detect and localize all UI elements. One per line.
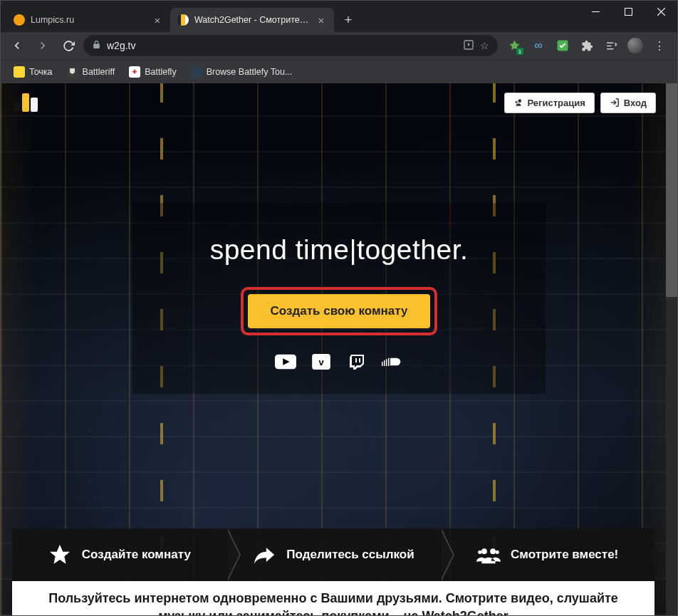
extension-icon[interactable] [555, 38, 570, 53]
window-titlebar: Lumpics.ru × Watch2Gether - Смотрите вид… [1, 1, 677, 32]
install-app-icon[interactable] [463, 39, 474, 53]
vertical-scrollbar[interactable] [666, 83, 677, 615]
register-button[interactable]: Регистрация [504, 93, 595, 113]
svg-rect-11 [382, 362, 383, 366]
tab-title: Lumpics.ru [31, 15, 146, 25]
bookmark-item[interactable]: ⛊Battleriff [61, 63, 121, 80]
hero-card: spend time|together. Создать свою комнат… [132, 203, 546, 394]
bookmark-favicon-icon: ⛊ [67, 66, 78, 78]
extension-icon[interactable]: ∞ [531, 38, 546, 53]
svg-rect-14 [388, 358, 390, 366]
lock-icon [92, 40, 101, 51]
svg-rect-13 [386, 359, 387, 366]
register-label: Регистрация [528, 98, 585, 108]
youtube-icon[interactable] [275, 354, 296, 370]
step-share-link[interactable]: Поделитесь ссылкой [226, 528, 441, 581]
bookmark-item[interactable]: Точка [8, 63, 58, 80]
scrollbar-thumb[interactable] [666, 83, 677, 297]
bookmark-favicon-icon [14, 66, 25, 78]
close-icon[interactable]: × [152, 14, 163, 26]
new-tab-button[interactable]: + [338, 10, 358, 30]
bookmarks-bar: Точка ⛊Battleriff ✦Battlefly Browse Batt… [1, 59, 677, 83]
annotation-highlight: Создать свою комнату [241, 287, 438, 335]
star-icon [48, 543, 72, 567]
menu-icon[interactable]: ⋮ [652, 38, 667, 53]
svg-point-17 [478, 550, 481, 554]
site-logo[interactable] [11, 90, 42, 115]
group-icon [476, 543, 501, 567]
profile-avatar[interactable] [627, 38, 643, 53]
address-bar[interactable]: w2g.tv ☆ [83, 35, 498, 56]
hero-tagline: spend time|together. [154, 234, 524, 266]
window-maximize-button[interactable] [612, 1, 645, 22]
browser-tab-inactive[interactable]: Lumpics.ru × [6, 8, 170, 32]
browser-tab-active[interactable]: Watch2Gether - Смотрите видео × [170, 8, 334, 32]
login-button[interactable]: Вход [600, 93, 656, 113]
bookmark-item[interactable]: Browse Battlefy Tou... [185, 63, 298, 80]
extension-badge: 1 [516, 48, 523, 55]
window-close-button[interactable] [645, 1, 677, 22]
extensions-puzzle-icon[interactable] [579, 38, 595, 53]
svg-point-16 [490, 548, 496, 554]
bookmark-label: Точка [29, 67, 53, 77]
svg-rect-1 [625, 8, 632, 15]
favicon-icon [14, 14, 25, 26]
bookmark-label: Battleriff [83, 67, 115, 77]
login-label: Вход [624, 98, 647, 108]
svg-point-15 [481, 548, 487, 554]
back-button[interactable] [6, 35, 28, 56]
bookmark-item[interactable]: ✦Battlefly [123, 63, 182, 80]
extension-icon[interactable]: 1 [506, 38, 522, 53]
url-text: w2g.tv [107, 40, 457, 51]
soundcloud-icon[interactable] [382, 354, 403, 370]
platform-icons: v [154, 354, 524, 370]
favicon-icon [177, 14, 189, 26]
step-create-room[interactable]: Создайте комнату [12, 528, 226, 581]
step-label: Создайте комнату [82, 548, 191, 562]
bookmark-label: Browse Battlefy Tou... [207, 67, 293, 77]
media-control-icon[interactable] [603, 38, 619, 53]
tab-title: Watch2Gether - Смотрите видео [194, 15, 310, 25]
svg-rect-12 [384, 360, 385, 366]
steps-row: Создайте комнату Поделитесь ссылкой Смот… [12, 528, 654, 581]
svg-point-18 [496, 550, 499, 554]
share-icon [252, 543, 276, 567]
reload-button[interactable] [58, 35, 79, 56]
forward-button[interactable] [32, 35, 53, 56]
bookmark-favicon-icon [191, 66, 202, 78]
svg-text:v: v [318, 357, 324, 367]
bookmark-label: Battlefly [145, 67, 176, 77]
window-minimize-button[interactable] [579, 1, 612, 22]
twitch-icon[interactable] [346, 354, 367, 370]
step-label: Смотрите вместе! [511, 548, 618, 562]
close-icon[interactable]: × [315, 14, 327, 26]
page-viewport: Регистрация Вход spend time|together. Со… [1, 83, 677, 615]
cta-label: Создать свою комнату [271, 304, 408, 318]
step-label: Поделитесь ссылкой [286, 548, 414, 562]
sub-banner: Пользуйтесь интернетом одновременно с Ва… [12, 581, 654, 615]
step-watch-together[interactable]: Смотрите вместе! [440, 528, 654, 581]
browser-toolbar: w2g.tv ☆ 1 ∞ ⋮ [1, 32, 677, 59]
vimeo-icon[interactable]: v [311, 354, 332, 370]
create-room-button[interactable]: Создать свою комнату [248, 294, 431, 328]
bookmark-star-icon[interactable]: ☆ [480, 40, 489, 51]
bookmark-favicon-icon: ✦ [129, 66, 140, 78]
sub-banner-text: Пользуйтесь интернетом одновременно с Ва… [48, 591, 618, 615]
